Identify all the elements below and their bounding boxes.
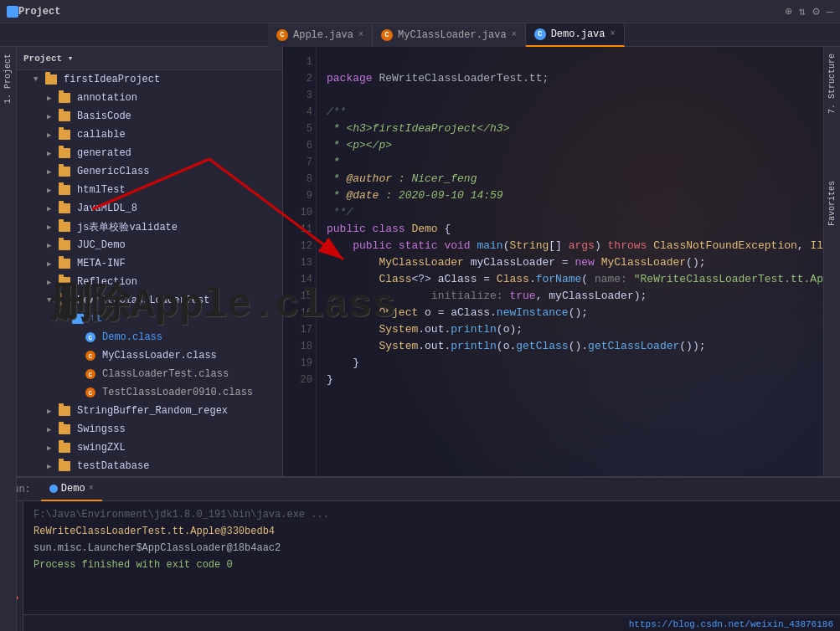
run-output: F:\Java\Environment\jdk1.8.0_191\bin\jav… xyxy=(23,501,840,614)
tree-arrow-firstideaproject: ▼ xyxy=(33,75,42,84)
tab-label-demo: Demo.java xyxy=(551,28,606,40)
tree-item-callable[interactable]: ▶ callable xyxy=(17,126,282,144)
tree-label-jsvalidate: js表单校验validate xyxy=(77,220,178,234)
toolbar-new[interactable]: ⊕ xyxy=(785,4,791,18)
tree-label-classloadertest-class: ClassLoaderTest.class xyxy=(102,368,229,380)
folder-icon-swingsss xyxy=(59,424,70,434)
tree-label-testdatabase: testDatabase xyxy=(77,460,149,472)
tree-arrow-tt: ▼ xyxy=(60,315,69,323)
folder-icon-genericclass xyxy=(59,167,70,177)
folder-icon-annotation xyxy=(59,93,70,103)
run-panel-header: Run: Demo × xyxy=(0,478,840,501)
tree-item-swingsss[interactable]: ▶ Swingsss xyxy=(17,420,282,439)
tab-bar: C Apple.java × C MyClassLoader.java × C … xyxy=(0,23,840,47)
tree-item-metainf[interactable]: ▶ META-INF xyxy=(17,254,282,273)
tree-label-reflection: Reflection xyxy=(77,276,137,288)
tree-label-rewriteclassloadertest: ReWriteClassLoaderTest xyxy=(77,295,209,306)
tree-item-demo-class[interactable]: C Demo.class xyxy=(17,328,282,346)
tab-icon-demo: C xyxy=(534,28,546,40)
tree-item-reflection[interactable]: ▶ Reflection xyxy=(17,273,282,291)
run-output-line-1: F:\Java\Environment\jdk1.8.0_191\bin\jav… xyxy=(33,506,830,523)
tree-arrow-basiscode: ▶ xyxy=(47,112,55,121)
folder-icon-htmltest xyxy=(59,185,70,195)
tree-label-firstideaproject: firstIdeaProject xyxy=(64,74,160,85)
tree-label-swingzxl: swingZXL xyxy=(77,442,126,454)
tree-item-annotation[interactable]: ▶ annotation xyxy=(17,89,282,107)
tree-item-tt[interactable]: ▼ tt xyxy=(17,310,282,328)
folder-icon-rewriteclassloadertest xyxy=(59,295,70,305)
folder-icon-swingzxl xyxy=(59,443,70,453)
tab-demo-java[interactable]: C Demo.java × xyxy=(526,23,625,47)
folder-icon-basiscode xyxy=(59,111,70,121)
run-tab-demo[interactable]: Demo × xyxy=(41,478,102,501)
sidebar-title: Project ▾ xyxy=(23,53,73,64)
folder-icon-jucdemo xyxy=(59,240,70,250)
toolbar-sync[interactable]: ⇅ xyxy=(799,4,806,18)
tree-item-stringbuffer[interactable]: ▶ StringBuffer_Random_regex xyxy=(17,402,282,420)
toolbar-settings[interactable]: ⚙ xyxy=(812,4,819,18)
run-output-line-5: Process finished with exit code 0 xyxy=(33,557,830,573)
run-output-line-2: ReWriteClassLoaderTest.tt.Apple@330bedb4 xyxy=(33,523,830,540)
tree-item-testdatabase[interactable]: ▶ testDatabase xyxy=(17,457,282,475)
tab-close-apple[interactable]: × xyxy=(358,30,363,39)
tree-item-firstideaproject[interactable]: ▼ firstIdeaProject xyxy=(17,70,282,89)
tree-arrow-jucdemo: ▶ xyxy=(47,241,55,250)
tree-arrow-annotation: ▶ xyxy=(47,94,55,103)
tree-arrow-testdatabase: ▶ xyxy=(47,462,55,471)
folder-icon-generated xyxy=(59,148,70,158)
favorites-label: Favorites xyxy=(827,181,837,226)
tree-arrow-stringbuffer: ▶ xyxy=(47,407,55,416)
tree-arrow-generated: ▶ xyxy=(47,149,55,158)
folder-icon-firstideaproject xyxy=(45,74,57,85)
structure-label: 7. Structure xyxy=(827,54,837,114)
tree-label-swingsss: Swingsss xyxy=(77,423,126,435)
tree-item-classloadertest-class[interactable]: C ClassLoaderTest.class xyxy=(17,365,282,383)
tree-item-genericclass[interactable]: ▶ GenericClass xyxy=(17,162,282,181)
run-output-line-3: sun.misc.Launcher$AppClassLoader@18b4aac… xyxy=(33,540,830,557)
run-tab-label: Demo xyxy=(61,483,85,495)
tree-arrow-htmltest: ▶ xyxy=(47,186,55,195)
tree-item-jsvalidate[interactable]: ▶ js表单校验validate xyxy=(17,218,282,236)
tree-item-swingzxl[interactable]: ▶ swingZXL xyxy=(17,439,282,457)
tab-apple-java[interactable]: C Apple.java × xyxy=(268,23,373,47)
tree-arrow-rewriteclassloadertest: ▼ xyxy=(47,296,55,305)
sidebar-header: Project ▾ xyxy=(17,47,282,70)
tree-item-jucdemo[interactable]: ▶ JUC_Demo xyxy=(17,236,282,254)
tab-icon-apple: C xyxy=(276,29,288,41)
file-icon-classloadertest-class: C xyxy=(85,369,95,379)
folder-icon-metainf xyxy=(59,259,70,269)
tree-label-annotation: annotation xyxy=(77,92,137,104)
file-icon-testclassloader-class: C xyxy=(85,387,95,398)
folder-icon-reflection xyxy=(59,277,70,287)
tree-item-testclassloader-class[interactable]: C TestClassLoader0910.class xyxy=(17,383,282,402)
tree-label-javamldl8: JavaMLDL_8 xyxy=(77,203,137,214)
project-title: Project xyxy=(18,6,60,18)
tree-label-callable: callable xyxy=(77,129,126,141)
folder-icon-tt xyxy=(72,314,84,324)
tree-arrow-reflection: ▶ xyxy=(47,278,55,287)
tab-label-apple: Apple.java xyxy=(293,29,353,41)
tree-arrow-swingzxl: ▶ xyxy=(47,444,55,453)
tree-arrow-genericclass: ▶ xyxy=(47,167,55,177)
tree-item-javamldl8[interactable]: ▶ JavaMLDL_8 xyxy=(17,199,282,218)
tree-label-testclassloader-class: TestClassLoader0910.class xyxy=(102,387,253,398)
file-icon-demo-class: C xyxy=(85,332,95,342)
tree-item-generated[interactable]: ▶ generated xyxy=(17,144,282,162)
toolbar-minimize[interactable]: — xyxy=(827,5,833,18)
tree-label-metainf: META-INF xyxy=(77,258,126,269)
tab-icon-myclassloader: C xyxy=(381,29,393,41)
tree-label-genericclass: GenericClass xyxy=(77,166,149,177)
run-tab-icon xyxy=(49,485,58,493)
tab-close-myclassloader[interactable]: × xyxy=(512,30,517,39)
tab-close-demo[interactable]: × xyxy=(610,29,615,38)
tree-arrow-callable: ▶ xyxy=(47,131,55,140)
tree-item-rewriteclassloadertest[interactable]: ▼ ReWriteClassLoaderTest xyxy=(17,291,282,310)
tree-item-basiscode[interactable]: ▶ BasisCode xyxy=(17,107,282,126)
run-tab-close[interactable]: × xyxy=(89,484,94,493)
tab-myclassloader-java[interactable]: C MyClassLoader.java × xyxy=(373,23,526,47)
tree-item-myclassloader-class[interactable]: C MyClassLoader.class xyxy=(17,346,282,365)
url-bar: https://blog.csdn.net/weixin_43876186 xyxy=(622,618,840,631)
tree-label-htmltest: htmlTest xyxy=(77,184,126,196)
bottom-left-panel xyxy=(0,476,17,631)
tree-item-htmltest[interactable]: ▶ htmlTest xyxy=(17,181,282,199)
